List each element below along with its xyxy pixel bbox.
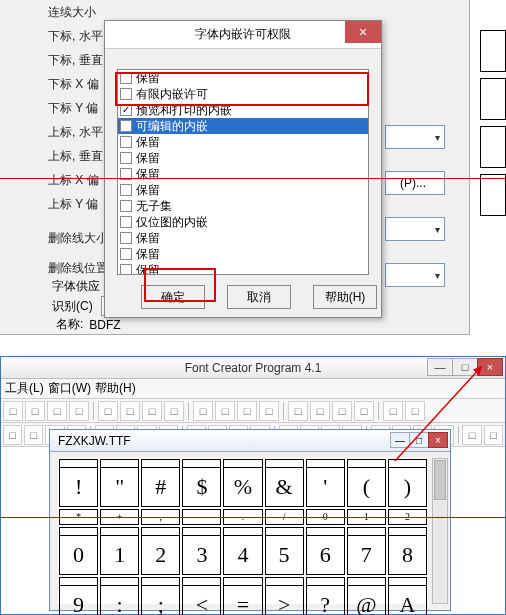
glyph-cell[interactable]: $ bbox=[182, 459, 221, 507]
glyph-cell[interactable]: & bbox=[265, 459, 304, 507]
dropdown[interactable]: ▾ bbox=[385, 263, 445, 287]
checkbox[interactable] bbox=[120, 248, 132, 260]
glyph-cell[interactable]: = bbox=[223, 577, 262, 615]
permission-item-label: 保留 bbox=[136, 134, 160, 151]
svg-line-0 bbox=[395, 366, 482, 461]
cancel-button[interactable]: 取消 bbox=[227, 285, 291, 309]
glyph-cell[interactable]: ! bbox=[59, 459, 98, 507]
annotation-arrow bbox=[390, 356, 506, 476]
glyph-cell[interactable]: 5 bbox=[265, 527, 304, 575]
toolbar-button[interactable]: □ bbox=[3, 425, 22, 445]
permission-item[interactable]: 保留 bbox=[118, 182, 368, 198]
toolbar-button[interactable]: □ bbox=[3, 401, 23, 421]
toolbar-button[interactable]: □ bbox=[193, 401, 213, 421]
glyph-cell[interactable]: % bbox=[223, 459, 262, 507]
glyph-cell[interactable]: < bbox=[182, 577, 221, 615]
checkbox[interactable] bbox=[120, 88, 132, 100]
toolbar-button[interactable]: □ bbox=[332, 401, 352, 421]
checkbox[interactable] bbox=[120, 136, 132, 148]
toolbar-button[interactable]: □ bbox=[215, 401, 235, 421]
glyph-cell[interactable]: A bbox=[388, 577, 427, 615]
glyph-cell[interactable]: ? bbox=[306, 577, 345, 615]
permission-item[interactable]: ✓可编辑的内嵌 bbox=[118, 118, 368, 134]
toolbar-button[interactable]: □ bbox=[25, 401, 45, 421]
glyph-cell[interactable]: 4 bbox=[223, 527, 262, 575]
permission-item[interactable]: 保留 bbox=[118, 166, 368, 182]
glyph-cell[interactable]: @ bbox=[347, 577, 386, 615]
permission-item-label: 无子集 bbox=[136, 198, 172, 215]
menu-help[interactable]: 帮助(H) bbox=[95, 380, 136, 397]
toolbar-button[interactable]: □ bbox=[354, 401, 374, 421]
toolbar-button[interactable]: □ bbox=[47, 401, 67, 421]
glyph-cell[interactable]: ; bbox=[141, 577, 180, 615]
glyph-cell[interactable]: ( bbox=[347, 459, 386, 507]
dropdown[interactable]: ▾ bbox=[385, 125, 445, 149]
permission-item-label: 保留 bbox=[136, 70, 160, 87]
permission-item[interactable]: 保留 bbox=[118, 262, 368, 275]
glyph-cell[interactable]: 2 bbox=[141, 527, 180, 575]
scrollbar[interactable] bbox=[432, 458, 448, 604]
help-button[interactable]: 帮助(H) bbox=[313, 285, 377, 309]
glyph-cell[interactable]: 8 bbox=[388, 527, 427, 575]
permission-item[interactable]: 保留 bbox=[118, 230, 368, 246]
checkbox[interactable]: ✓ bbox=[120, 120, 132, 132]
glyph-cell[interactable]: # bbox=[141, 459, 180, 507]
checkbox[interactable] bbox=[120, 184, 132, 196]
checkbox[interactable] bbox=[120, 72, 132, 84]
menu-window[interactable]: 窗口(W) bbox=[48, 380, 91, 397]
ok-button[interactable]: 确定 bbox=[141, 285, 205, 309]
ident-label: 识别(C) bbox=[52, 298, 93, 315]
toolbar-button[interactable]: □ bbox=[310, 401, 330, 421]
supplier-label: 字体供应 bbox=[52, 278, 100, 295]
toolbar-button[interactable]: □ bbox=[237, 401, 257, 421]
dialog-title: 字体内嵌许可权限 bbox=[195, 26, 291, 43]
checkbox[interactable] bbox=[120, 232, 132, 244]
permission-item[interactable]: 保留 bbox=[118, 150, 368, 166]
checkbox[interactable] bbox=[120, 152, 132, 164]
annotation-line bbox=[0, 517, 506, 518]
glyph-cell[interactable]: 9 bbox=[59, 577, 98, 615]
permission-item-label: 保留 bbox=[136, 230, 160, 247]
checkbox[interactable] bbox=[120, 200, 132, 212]
glyph-cell[interactable]: " bbox=[100, 459, 139, 507]
glyph-cell[interactable]: 3 bbox=[182, 527, 221, 575]
chevron-down-icon: ▾ bbox=[435, 270, 440, 281]
window-title: Font Creator Program 4.1 bbox=[185, 361, 322, 375]
dialog-titlebar[interactable]: 字体内嵌许可权限 × bbox=[105, 21, 381, 49]
toolbar-button[interactable]: □ bbox=[120, 401, 140, 421]
glyph-cell[interactable]: 1 bbox=[100, 527, 139, 575]
permission-button[interactable]: (P)... bbox=[385, 171, 445, 195]
glyph-cell[interactable]: ' bbox=[306, 459, 345, 507]
permission-listbox[interactable]: 保留有限内嵌许可✓预览和打印的内嵌✓可编辑的内嵌保留保留保留保留无子集仅位图的内… bbox=[117, 69, 369, 275]
dropdown[interactable]: ▾ bbox=[385, 217, 445, 241]
toolbar-button[interactable]: □ bbox=[98, 401, 118, 421]
menu-tools[interactable]: 工具(L) bbox=[5, 380, 44, 397]
permission-item[interactable]: 保留 bbox=[118, 134, 368, 150]
glyph-cell[interactable]: 6 bbox=[306, 527, 345, 575]
permission-item[interactable]: 保留 bbox=[118, 246, 368, 262]
permission-item[interactable]: ✓预览和打印的内嵌 bbox=[118, 102, 368, 118]
glyph-cell[interactable]: 7 bbox=[347, 527, 386, 575]
glyph-cell[interactable]: > bbox=[265, 577, 304, 615]
permission-item-label: 有限内嵌许可 bbox=[136, 86, 208, 103]
glyph-grid[interactable]: !"#$%&'()*+,-./0120123456789:;<=>?@A bbox=[58, 458, 428, 604]
permission-item-label: 保留 bbox=[136, 262, 160, 276]
permission-item[interactable]: 保留 bbox=[118, 70, 368, 86]
permission-item[interactable]: 无子集 bbox=[118, 198, 368, 214]
toolbar-button[interactable]: □ bbox=[142, 401, 162, 421]
toolbar-button[interactable]: □ bbox=[288, 401, 308, 421]
glyph-cell[interactable]: : bbox=[100, 577, 139, 615]
permission-item[interactable]: 有限内嵌许可 bbox=[118, 86, 368, 102]
checkbox[interactable] bbox=[120, 216, 132, 228]
toolbar-button[interactable]: □ bbox=[164, 401, 184, 421]
name-label: 名称: bbox=[56, 316, 83, 333]
toolbar-button[interactable]: □ bbox=[24, 425, 43, 445]
permission-item[interactable]: 仅位图的内嵌 bbox=[118, 214, 368, 230]
toolbar-button[interactable]: □ bbox=[259, 401, 279, 421]
permission-item-label: 保留 bbox=[136, 246, 160, 263]
dialog-close-button[interactable]: × bbox=[345, 21, 381, 43]
checkbox[interactable] bbox=[120, 264, 132, 275]
toolbar-button[interactable]: □ bbox=[69, 401, 89, 421]
checkbox[interactable]: ✓ bbox=[120, 104, 132, 116]
glyph-cell[interactable]: 0 bbox=[59, 527, 98, 575]
